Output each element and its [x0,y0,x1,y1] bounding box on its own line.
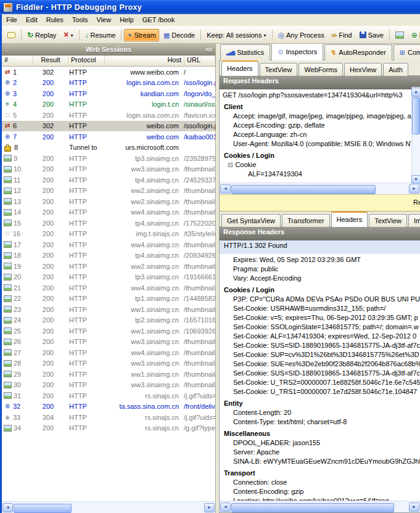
response-tab-headers[interactable]: Headers [331,211,368,227]
tab-statistics[interactable]: Statistics [220,44,270,60]
scroll-right-arrow-icon[interactable] [204,503,215,512]
table-row[interactable]: 21200HTTPww4.sinaimg.cn/thumbnail/6106 [2,282,215,293]
response-tab-get-syntaxview[interactable]: Get SyntaxView [221,214,281,227]
header-line: Set-Cookie: U_TRS2=00000007.1e88258f.504… [220,378,420,387]
scroll-left-arrow-icon[interactable] [220,184,231,194]
request-tab-headers[interactable]: Headers [221,60,258,76]
table-row[interactable]: 11200HTTPtp4.sinaimg.cn/2452933723/5 [2,174,215,186]
table-row[interactable]: 22200HTTPtp1.sinaimg.cn/1448858232/50 [2,293,215,305]
column-header-host[interactable]: Host [105,55,184,66]
remove-sessions-button[interactable] [60,29,76,41]
menu-item-rules[interactable]: Rules [42,14,68,26]
response-tab-transformer[interactable]: Transformer [282,214,330,227]
scroll-up-arrow-icon[interactable] [411,88,420,97]
request-tab-webforms[interactable]: WebForms [299,63,343,76]
menu-item-help[interactable]: Help [115,14,138,26]
request-tab-auth[interactable]: Auth [383,63,408,76]
table-row[interactable]: 30200HTTPww3.sinaimg.cn/thumbnail/624c [2,380,215,391]
response-scroll-thumb[interactable] [231,503,394,512]
browse-button[interactable]: Br [408,30,420,41]
table-row[interactable]: 18200HTTPtp4.sinaimg.cn/2093492691/50 [2,250,215,261]
column-header-num[interactable]: # [2,55,33,66]
table-row[interactable]: 34200HTTPrs.sinajs.cn/g.gif?type=1&a [2,423,215,434]
tab-autoresponder[interactable]: AutoResponder [324,44,392,60]
scroll-right-arrow-icon[interactable] [409,184,419,194]
menu-item-view[interactable]: View [93,14,116,26]
table-row[interactable]: 3200HTTPkandian.com/logon/do_cross [2,88,215,99]
column-header-url[interactable]: URL [184,55,215,66]
table-row[interactable]: 10200HTTPww3.sinaimg.cn/thumbnail/3feb [2,164,215,175]
scroll-right-arrow-icon[interactable] [409,503,419,512]
column-header-result[interactable]: Result [33,55,68,66]
scroll-left-arrow-icon[interactable] [2,503,13,512]
keep-sessions-dropdown[interactable]: Keep: All sessions [204,29,269,41]
table-row[interactable]: 32200HTTPta.sass.sina.com.cn/front/deliv… [2,401,215,412]
table-row[interactable]: 28200HTTPww3.sinaimg.cn/thumbnail/56ab [2,358,215,369]
table-row[interactable]: 15200HTTPtp4.sinaimg.cn/1752202027/50 [2,218,215,229]
table-row[interactable]: 2200HTTPlogin.sina.com.cn/sso/login.php?… [2,78,215,89]
table-row[interactable]: 25200HTTPww1.sinaimg.cn/1069392615/50 [2,326,215,337]
save-button[interactable]: Save [356,30,387,41]
title-bar[interactable]: Fiddler - HTTP Debugging Proxy [0,0,420,14]
any-process-button[interactable]: Any Process [275,30,327,41]
table-row[interactable]: 26200HTTPww3.sinaimg.cn/thumbnail/9b62 [2,337,215,348]
table-row[interactable]: 13200HTTPww2.sinaimg.cn/thumbnail/8fac [2,196,215,207]
table-row[interactable]: 19200HTTPww2.sinaimg.cn/thumbnail/6391 [2,261,215,272]
request-tab-textview[interactable]: TextView [260,63,298,76]
table-row[interactable]: 20200HTTPtp3.sinaimg.cn/1916666114/50 [2,272,215,283]
tab-inspectors[interactable]: Inspectors [271,44,323,60]
table-row[interactable]: 24200HTTPtp2.sinaimg.cn/1657101625/50 [2,315,215,326]
response-encoding-notification[interactable]: Re [220,194,420,211]
table-row[interactable]: 1302HTTPwww.weibo.com/ [2,67,215,78]
table-row[interactable]: 8Tunnel tours.microsoft.com [2,142,215,154]
response-horizontal-scrollbar[interactable] [220,501,420,512]
menu-item-edit[interactable]: Edit [22,14,42,26]
request-horizontal-scrollbar[interactable] [220,183,420,194]
table-row[interactable]: 29200HTTPww1.sinaimg.cn/thumbnail/684f [2,369,215,380]
request-scroll-thumb[interactable] [412,97,420,134]
table-row[interactable]: 16200HTTPimg.t.sinajs.cn/t35/style/image [2,229,215,240]
tab-comp[interactable]: Comp [393,44,420,60]
request-tab-hexview[interactable]: HexView [344,63,382,76]
request-scroll-thumb-h[interactable] [231,185,376,194]
sessions-scroll-track[interactable] [13,504,204,512]
replay-button[interactable]: Replay [24,30,59,41]
sessions-scroll-thumb[interactable] [14,504,72,513]
collapse-expander-icon[interactable] [228,161,233,168]
table-row[interactable]: 14200HTTPww4.sinaimg.cn/thumbnail/6482 [2,207,215,218]
comment-button[interactable] [4,30,19,40]
table-row[interactable]: 6302HTTPweibo.com/sso/login.php?s [2,121,215,132]
response-tab-textview[interactable]: TextView [369,214,407,227]
table-row[interactable]: 17200HTTPww4.sinaimg.cn/thumbnail/6870 [2,239,215,250]
find-button[interactable]: Find [329,30,355,41]
response-scroll-track[interactable] [231,503,409,511]
table-row[interactable]: 33304HTTPrs.sinajs.cn/j.gif?uids=2072 [2,412,215,423]
stream-toggle-button[interactable]: Stream [124,29,159,41]
header-line: Server: Apache [220,448,420,457]
menu-item-get-book[interactable]: GET /book [138,14,179,26]
sessions-horizontal-scrollbar[interactable] [2,501,215,513]
resume-button[interactable]: Resume [82,30,119,41]
table-row[interactable]: 5200HTTPlogin.sina.com.cn/favicon.ico [2,110,215,121]
session-result: 200 [31,273,65,281]
menu-item-tools[interactable]: Tools [68,14,93,26]
screenshot-button[interactable] [392,30,407,41]
table-row[interactable]: 9200HTTPtp3.sinaimg.cn/2392897554/5 [2,153,215,164]
decode-toggle-button[interactable]: Decode [160,30,198,41]
table-row[interactable]: 23200HTTPww1.sinaimg.cn/thumbnail/93b8 [2,304,215,315]
table-row[interactable]: 12200HTTPww2.sinaimg.cn/thumbnail/9234 [2,186,215,197]
table-row[interactable]: 31200HTTPrs.sinajs.cn/j.gif?uids=1421 [2,390,215,401]
toolbar-button-label: Decode [171,31,195,39]
scroll-left-arrow-icon[interactable] [220,503,231,512]
collapse-panel-button[interactable]: << [205,44,212,55]
table-row[interactable]: 27200HTTPww4.sinaimg.cn/thumbnail/61e6 [2,347,215,358]
column-header-protocol[interactable]: Protocol [68,55,105,66]
session-number: 4 [13,101,17,108]
request-scroll-track-h[interactable] [231,185,409,193]
menu-item-file[interactable]: File [2,14,22,26]
request-vertical-scrollbar[interactable] [411,87,420,185]
response-tab-im[interactable]: Im [408,214,420,227]
table-row[interactable]: 7200HTTPweibo.com/kaibao001?wvr= [2,131,215,142]
scroll-down-arrow-icon[interactable] [411,175,420,184]
table-row[interactable]: 4200HTTPlogin.t.cn/sinaurl/oss.json [2,99,215,110]
